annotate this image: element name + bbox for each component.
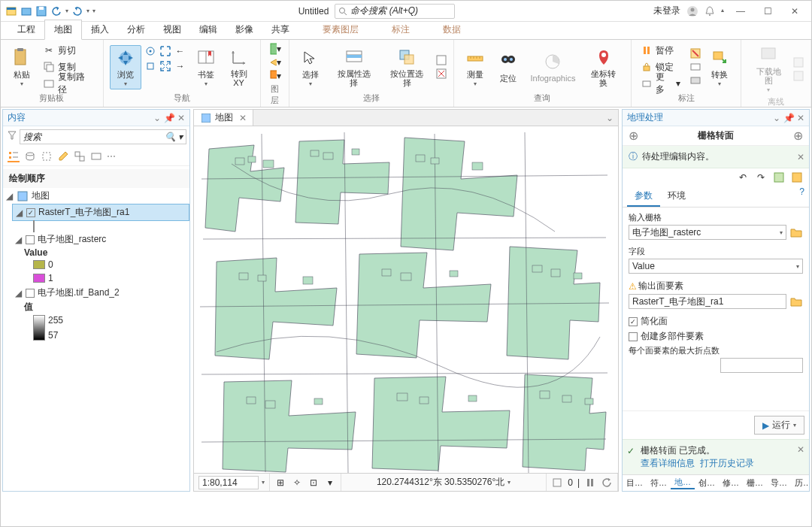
select-button[interactable]: 选择▾ [295, 46, 326, 89]
tab-data[interactable]: 数据 [434, 20, 470, 39]
login-status[interactable]: 未登录 [653, 5, 680, 17]
field-select[interactable]: Value▾ [629, 259, 803, 274]
browse-icon[interactable] [789, 295, 803, 308]
view-menu-icon[interactable]: ⌄ [601, 113, 618, 123]
constraints-icon[interactable]: ⊡ [308, 477, 320, 489]
autohide-icon[interactable]: 📌 [783, 113, 795, 123]
zoom-to-selection-icon[interactable] [144, 60, 156, 72]
cut-button[interactable]: ✂剪切 [40, 43, 97, 58]
list-by-editing-icon[interactable] [57, 150, 69, 162]
browse-icon[interactable] [789, 226, 803, 239]
tab-imagery[interactable]: 影像 [226, 20, 262, 39]
back-icon[interactable]: ⊕ [629, 129, 638, 143]
dismiss-icon[interactable]: ✕ [797, 152, 804, 162]
toc-map-frame[interactable]: ◢地图 [3, 188, 189, 204]
dock-tab[interactable]: 历… [791, 477, 809, 489]
scale-input[interactable]: 1:80,114 [198, 476, 259, 489]
pause-icon[interactable] [584, 477, 596, 489]
run-button[interactable]: ▶运行▾ [754, 416, 804, 435]
coord-convert-button[interactable]: 坐标转换 [583, 45, 625, 89]
next-extent-icon[interactable]: → [174, 60, 186, 72]
undo-icon[interactable] [50, 5, 62, 17]
redo-icon[interactable] [71, 5, 83, 17]
infographics-button[interactable]: Infographics [526, 50, 580, 84]
full-extent-icon[interactable] [144, 45, 156, 57]
multipart-checkbox[interactable]: 创建多部件要素 [629, 330, 803, 343]
tab-share[interactable]: 共享 [262, 20, 298, 39]
copy-path-button[interactable]: 复制路径 [40, 76, 97, 91]
map-tab[interactable]: 地图✕ [194, 110, 253, 126]
symbol-swatch[interactable] [33, 220, 35, 232]
redo-menu-icon[interactable]: ▾ [86, 8, 89, 14]
options-icon[interactable]: ⌄ [153, 113, 161, 123]
dock-tab[interactable]: 栅… [743, 477, 767, 489]
open-history-link[interactable]: 打开历史记录 [700, 458, 754, 468]
raster-value-1[interactable]: 1 [3, 271, 189, 285]
toc-layer-rasterc[interactable]: ◢电子地图_rasterc [12, 232, 189, 247]
gp-tab-environments[interactable]: 环境 [660, 186, 693, 207]
add-preset-icon[interactable]: ▾ [269, 70, 281, 82]
undo-menu-icon[interactable]: ▾ [65, 8, 68, 14]
close-pane-icon[interactable]: ✕ [797, 113, 804, 123]
dock-tab[interactable]: 创… [695, 477, 719, 489]
simplify-checkbox[interactable]: ✓简化面 [629, 315, 803, 328]
snap-icon[interactable]: ✧ [291, 477, 303, 489]
view-details-link[interactable]: 查看详细信息 [641, 458, 695, 468]
label-weight-icon[interactable] [689, 74, 701, 86]
tab-analysis[interactable]: 分析 [118, 20, 154, 39]
dock-tab[interactable]: 地… [671, 477, 695, 489]
dock-tab[interactable]: 导… [767, 477, 791, 489]
tab-map[interactable]: 地图 [44, 20, 82, 40]
output-field[interactable]: RasterT_电子地图_ra1 [629, 294, 786, 309]
bookmarks-button[interactable]: 书签▾ [191, 46, 221, 89]
minimize-button[interactable]: — [730, 2, 751, 20]
close-tab-icon[interactable]: ✕ [239, 113, 247, 123]
toc-layer-band2[interactable]: ◢电子地图.tif_Band_2 [12, 285, 189, 301]
toc-search-input[interactable]: 搜索🔍 ▾ [20, 129, 186, 144]
options-icon[interactable]: ⌄ [773, 113, 780, 123]
tab-edit[interactable]: 编辑 [190, 20, 226, 39]
select-by-attr-button[interactable]: 按属性选择 [329, 45, 379, 89]
attributes-icon[interactable] [435, 54, 447, 66]
redo-icon[interactable]: ↷ [755, 171, 767, 183]
tab-view[interactable]: 视图 [154, 20, 190, 39]
dock-tab[interactable]: 符… [647, 477, 671, 489]
more-labels-button[interactable]: 更多▾ [638, 76, 684, 91]
dock-tab[interactable]: 修… [719, 477, 743, 489]
maximize-button[interactable]: ☐ [757, 2, 778, 20]
user-icon[interactable] [686, 5, 698, 17]
tab-project[interactable]: 工程 [8, 20, 44, 39]
tab-feature-layer[interactable]: 要素图层 [314, 20, 368, 39]
list-by-labeling-icon[interactable] [90, 150, 102, 162]
input-raster-field[interactable]: 电子地图_rasterc▾ [629, 225, 786, 240]
map-canvas[interactable] [193, 126, 619, 474]
clear-selection-icon[interactable] [435, 68, 447, 80]
checkbox-icon[interactable] [26, 235, 35, 244]
save-edits-icon[interactable] [773, 171, 785, 183]
autohide-icon[interactable]: 📌 [164, 113, 175, 123]
checkbox-icon[interactable]: ✓ [26, 208, 35, 217]
grid-icon[interactable]: ⊞ [274, 477, 286, 489]
raster-value-0[interactable]: 0 [3, 258, 189, 271]
label-priority-icon[interactable] [689, 61, 701, 73]
toc-more-icon[interactable]: ⋯ [107, 151, 116, 162]
list-by-snapping-icon[interactable] [74, 150, 86, 162]
tab-labeling[interactable]: 标注 [383, 20, 419, 39]
save-icon[interactable] [35, 5, 47, 17]
dismiss-icon[interactable]: ✕ [797, 444, 804, 455]
add-data-icon[interactable]: ▾ [269, 56, 281, 68]
add-icon[interactable]: ⊕ [793, 129, 803, 143]
fixed-zoom-out-icon[interactable] [159, 60, 171, 72]
list-by-selection-icon[interactable] [41, 150, 53, 162]
close-pane-icon[interactable]: ✕ [177, 113, 185, 123]
filter-icon[interactable] [6, 129, 18, 141]
coordinates[interactable]: 120.2744312°东 30.5350276°北 [377, 476, 504, 489]
convert-labels-button[interactable]: 转换▾ [704, 46, 735, 89]
prev-extent-icon[interactable]: ← [174, 45, 186, 57]
checkbox-icon[interactable] [26, 289, 35, 298]
correction-icon[interactable]: ▾ [324, 477, 336, 489]
selected-icon[interactable] [551, 477, 563, 489]
qat-customize-icon[interactable]: ▾ [92, 8, 95, 14]
locate-button[interactable]: 定位 [493, 50, 523, 84]
help-icon[interactable]: ? [799, 186, 804, 207]
